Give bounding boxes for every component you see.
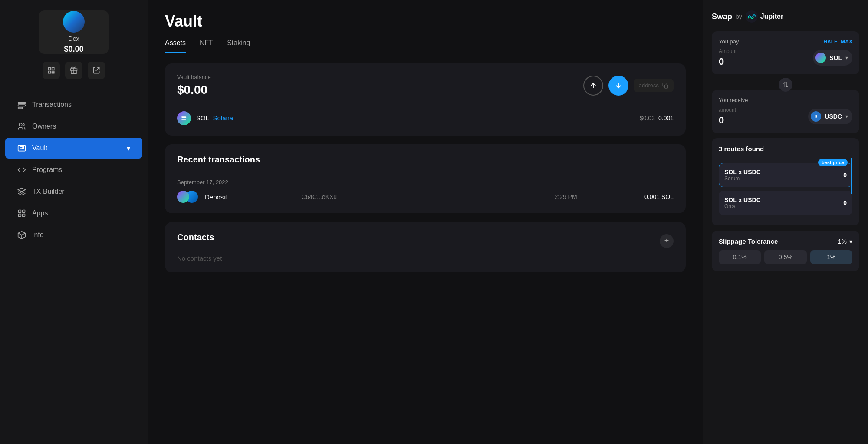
route-orca-pair: SOL x USDC — [724, 196, 761, 203]
svg-rect-9 — [18, 102, 26, 103]
receive-token-name: USDC — [825, 113, 842, 120]
wallet-name: Dex — [69, 35, 79, 42]
svg-rect-15 — [19, 210, 21, 213]
swap-title: Swap — [712, 12, 732, 21]
tab-staking[interactable]: Staking — [227, 39, 250, 53]
slippage-opt-01[interactable]: 0.1% — [719, 250, 761, 264]
routes-scrollbar[interactable] — [851, 158, 852, 194]
receive-amount-row: amount 0 $ USDC ▾ — [719, 107, 852, 126]
routes-title: 3 routes found — [719, 145, 852, 152]
token-usd-value: $0.03 — [640, 115, 655, 122]
swap-arrow-button[interactable]: ⇅ — [779, 78, 792, 92]
slippage-title: Slippage Tolerance — [719, 238, 778, 245]
vault-balance-amount: $0.00 — [177, 83, 211, 97]
route-orca-dex: Orca — [724, 203, 761, 209]
recent-tx-title: Recent transactions — [177, 155, 674, 165]
receive-amount-label: amount — [719, 107, 736, 113]
you-pay-label: You pay HALF MAX — [719, 38, 852, 45]
route-orca-row: SOL x USDC Orca 0 — [724, 196, 847, 209]
half-button[interactable]: HALF — [823, 39, 837, 45]
svg-rect-10 — [18, 105, 26, 106]
jupiter-name: Jupiter — [760, 13, 783, 20]
swap-direction-toggle[interactable]: ⇅ — [712, 78, 859, 92]
receive-button[interactable] — [608, 76, 628, 96]
svg-point-14 — [23, 147, 24, 149]
tx-amount: 0.001 SOL — [584, 193, 674, 200]
sidebar-item-programs-label: Programs — [32, 166, 62, 174]
sidebar-item-info[interactable]: Info — [5, 225, 142, 245]
svg-rect-5 — [52, 73, 53, 73]
address-placeholder: address — [639, 82, 659, 89]
tx-date-label: September 17, 2022 — [177, 179, 674, 186]
vault-balance-card: Vault balance $0.00 address — [165, 63, 686, 136]
svg-rect-1 — [52, 67, 54, 70]
svg-rect-3 — [52, 71, 53, 72]
vault-balance-label: Vault balance — [177, 74, 211, 80]
route-item-orca[interactable]: SOL x USDC Orca 0 — [719, 191, 852, 215]
page-title: Vault — [165, 12, 686, 30]
route-serum-dex: Serum — [724, 176, 761, 182]
sol-icon — [177, 191, 189, 203]
token-name: Solana — [213, 114, 233, 122]
pay-amount-label: Amount — [719, 48, 736, 54]
svg-point-12 — [19, 123, 22, 126]
swap-panel: Swap by Jupiter You pay HALF MAX Amount … — [703, 0, 868, 444]
tabs: Assets NFT Staking — [165, 39, 686, 53]
tab-nft[interactable]: NFT — [200, 39, 213, 53]
avatar — [63, 11, 85, 33]
wallet-actions — [43, 62, 105, 79]
slippage-opt-1[interactable]: 1% — [810, 250, 852, 264]
slippage-current-value[interactable]: 1% ▾ — [838, 238, 852, 245]
address-field[interactable]: address — [634, 79, 674, 92]
svg-rect-18 — [23, 214, 25, 217]
sidebar: Dex $0.00 — [0, 0, 148, 444]
token-sol-amount: 0.001 — [658, 115, 674, 122]
svg-rect-2 — [48, 71, 50, 73]
qr-code-button[interactable] — [43, 62, 60, 79]
receive-token-selector[interactable]: $ USDC ▾ — [808, 109, 852, 124]
sidebar-item-transactions[interactable]: Transactions — [5, 94, 142, 115]
main-content: Vault Assets NFT Staking Vault balance $… — [148, 0, 703, 444]
export-button[interactable] — [88, 62, 105, 79]
pay-amount-value[interactable]: 0 — [719, 56, 736, 67]
best-price-badge: best price — [818, 159, 848, 166]
send-button[interactable] — [583, 76, 603, 96]
sidebar-item-tx-builder[interactable]: TX Builder — [5, 181, 142, 202]
route-item-serum[interactable]: best price SOL x USDC Serum 0 — [719, 163, 852, 187]
sidebar-item-owners-label: Owners — [32, 123, 56, 130]
sidebar-item-apps[interactable]: Apps — [5, 203, 142, 224]
balance-actions: address — [583, 76, 674, 96]
contacts-header: Contacts + — [177, 232, 674, 249]
wallet-balance: $0.00 — [64, 45, 83, 54]
tab-assets[interactable]: Assets — [165, 39, 186, 53]
slippage-header: Slippage Tolerance 1% ▾ — [719, 238, 852, 245]
route-orca-amount: 0 — [843, 199, 847, 206]
svg-point-23 — [746, 10, 758, 23]
max-button[interactable]: MAX — [841, 39, 852, 45]
sidebar-item-programs[interactable]: Programs — [5, 159, 142, 180]
you-receive-section: You receive amount 0 $ USDC ▾ — [712, 90, 859, 133]
slippage-chevron-icon: ▾ — [849, 238, 852, 245]
slippage-section: Slippage Tolerance 1% ▾ 0.1% 0.5% 1% — [712, 231, 859, 271]
token-amounts: $0.03 0.001 — [640, 115, 674, 122]
recent-transactions-card: Recent transactions September 17, 2022 D… — [165, 144, 686, 213]
contacts-card: Contacts + No contacts yet — [165, 222, 686, 272]
tx-time: 2:29 PM — [487, 193, 577, 200]
svg-rect-6 — [53, 73, 54, 73]
pay-token-selector[interactable]: SOL ▾ — [813, 50, 852, 66]
sidebar-item-owners[interactable]: Owners — [5, 116, 142, 137]
token-symbol: SOL — [196, 114, 209, 122]
tx-hash: C64C...eKXu — [301, 193, 480, 200]
no-contacts-message: No contacts yet — [177, 255, 674, 262]
you-receive-label: You receive — [719, 97, 852, 103]
slippage-opt-05[interactable]: 0.5% — [764, 250, 806, 264]
jupiter-icon — [746, 10, 758, 23]
sidebar-item-vault[interactable]: Vault ▾ — [5, 138, 142, 159]
tx-type: Deposit — [205, 193, 294, 201]
sol-token-icon — [177, 111, 191, 125]
add-contact-button[interactable]: + — [660, 234, 674, 248]
table-row: Deposit C64C...eKXu 2:29 PM 0.001 SOL — [177, 191, 674, 203]
gift-button[interactable] — [65, 62, 82, 79]
sidebar-item-tx-builder-label: TX Builder — [32, 188, 65, 195]
contacts-title: Contacts — [177, 232, 214, 242]
